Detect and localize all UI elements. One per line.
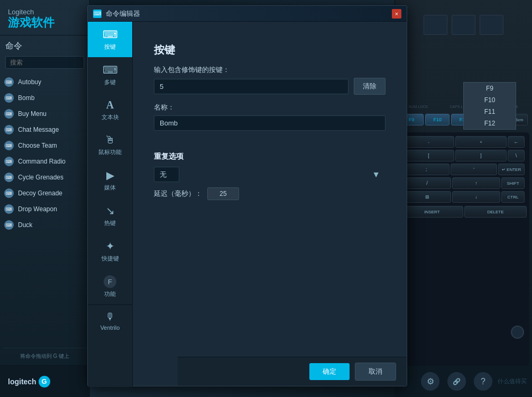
delay-label: 延迟（毫秒）： [154,189,202,198]
tab-shortcut-label: 快捷键 [102,255,119,263]
key-bracket-close[interactable]: ] [455,150,507,161]
app-background: Logitech 游戏软件 命令 ⌨ Autobuy ⌨ Bomb ⌨ Buy … [0,0,532,397]
list-item[interactable]: ⌨ Decoy Grenade [0,185,89,201]
fkey-f10[interactable]: F10 [464,94,516,106]
dialog-footer: 确定 取消 [178,357,407,386]
key-numpad[interactable]: - [403,136,454,148]
fkey-f12[interactable]: F12 [464,118,516,129]
dialog-close-button[interactable]: × [392,9,401,19]
key-win[interactable]: ⊞ [403,191,451,203]
key-up[interactable]: ↑ [452,177,500,189]
command-icon: ⌨ [4,188,14,198]
tab-mouse-icon: 🖱 [105,134,115,146]
tab-hotkey-icon: ↙ [106,204,115,217]
settings-icon[interactable]: ⚙ [421,372,439,391]
tab-key-icon: ⌨ [103,28,118,41]
command-icon: ⌨ [4,220,14,230]
list-item[interactable]: ⌨ Duck [0,217,89,233]
logitech-g-logo: G [39,376,50,387]
key-delete[interactable]: DELETE [464,206,527,218]
list-item[interactable]: ⌨ Chat Message [0,122,89,138]
fkey-f11[interactable]: F11 [464,106,516,118]
search-input[interactable] [5,56,84,69]
bottom-icons-group: ⚙ 🔗 ? [421,372,492,391]
key-backspace[interactable]: ← [508,136,525,148]
command-icon: ⌨ [4,173,14,182]
sidebar-footer: logitech G [0,365,90,397]
command-icon: ⌨ [4,157,14,166]
tab-button-ventrilo[interactable]: 🎙 Ventrilo [88,304,132,337]
tab-hotkey-label: 热键 [104,219,116,227]
tab-button-function[interactable]: F 功能 [88,269,132,304]
ins-del-row: INSERT DELETE [401,206,527,218]
dialog-window: ⌨ 命令编辑器 × ⌨ 按键 ⌨ 多键 A 文本块 🖱 鼠标功能 ▶ [87,5,407,386]
key-enter[interactable]: ↵ ENTER [498,164,525,175]
watermark-text: 什么值得买 [498,377,527,385]
list-item[interactable]: ⌨ Cycle Grenades [0,169,89,185]
tab-multikey-icon: ⌨ [103,64,118,76]
tab-multikey-label: 多键 [104,78,116,86]
key-quote[interactable]: ' [451,164,497,175]
tab-button-key[interactable]: ⌨ 按键 [88,22,132,57]
commands-title: 命令 [5,41,84,52]
fkey-dropdown: F9 F10 F11 F12 [463,82,516,130]
tab-button-mouse[interactable]: 🖱 鼠标功能 [88,128,132,163]
key-slash[interactable]: / [403,177,451,189]
tab-ventrilo-icon: 🎙 [105,311,115,322]
tab-media-icon: ▶ [106,169,114,182]
list-item[interactable]: ⌨ Bomb [0,90,89,106]
key-field-label: 输入包含修饰键的按键： [154,65,386,75]
tab-button-hotkey[interactable]: ↙ 热键 [88,198,132,233]
clear-button[interactable]: 清除 [354,78,386,95]
list-item[interactable]: ⌨ Choose Team [0,138,89,154]
tab-button-multikey[interactable]: ⌨ 多键 [88,57,132,93]
command-icon: ⌨ [4,204,14,214]
repeat-title: 重复选项 [154,152,386,161]
keyboard-visual: - + ← [ ] \ ; ' ↵ ENTER / ↑ SHIFT [398,132,529,365]
name-field-label: 名称： [154,103,386,112]
commands-section: 命令 [0,35,89,71]
name-input-field[interactable] [154,115,386,131]
list-item[interactable]: ⌨ Autobuy [0,74,89,90]
key-input-field[interactable] [154,79,348,94]
numpad-area: - + ← [ ] \ ; ' ↵ ENTER / ↑ SHIFT [398,132,529,218]
left-sidebar: Logitech 游戏软件 命令 ⌨ Autobuy ⌨ Bomb ⌨ Buy … [0,0,90,397]
content-scroll-area: 按键 输入包含修饰键的按键： 清除 名称： 重复选项 无 重复 [143,32,396,346]
command-list: ⌨ Autobuy ⌨ Bomb ⌨ Buy Menu ⌨ Chat Messa… [0,74,89,265]
key-insert[interactable]: INSERT [401,206,463,218]
tab-ventrilo-label: Ventrilo [100,324,120,331]
tab-button-media[interactable]: ▶ 媒体 [88,163,132,198]
list-item[interactable]: ⌨ Drop Weapon [0,201,89,217]
deco-box-3 [480,15,503,35]
tab-button-textblock[interactable]: A 文本块 [88,93,132,128]
tab-button-shortcut[interactable]: ✦ 快捷键 [88,233,132,269]
key-semicolon[interactable]: ; [403,164,450,175]
drag-hint: 将命令拖动到 G 键上 [3,348,87,360]
command-icon: ⌨ [4,77,14,87]
key-numpad[interactable]: + [455,136,507,148]
tab-textblock-icon: A [106,99,114,111]
key-f10[interactable]: F10 [425,114,450,125]
repeat-select[interactable]: 无 重复 切换 [154,167,179,182]
dialog-title-icon: ⌨ [93,10,102,18]
confirm-button[interactable]: 确定 [309,363,350,380]
key-shift[interactable]: SHIFT [501,177,525,189]
delay-input-field[interactable] [207,187,239,200]
brand-main: 游戏软件 [8,16,81,30]
key-backslash[interactable]: \ [508,150,525,161]
dialog-titlebar: ⌨ 命令编辑器 × [88,6,407,22]
tab-textblock-label: 文本块 [102,113,119,121]
cancel-button[interactable]: 取消 [355,363,396,381]
bottom-bar: ⚙ 🔗 ? 什么值得买 [395,365,532,397]
section-title: 按键 [154,43,386,57]
tab-function-label: 功能 [104,290,116,298]
dialog-title: 命令编辑器 [106,9,392,19]
key-ctrl[interactable]: CTRL [501,191,525,203]
list-item[interactable]: ⌨ Command Radio [0,154,89,169]
list-item[interactable]: ⌨ Buy Menu [0,106,89,122]
key-bracket-open[interactable]: [ [403,150,454,161]
fkey-f9[interactable]: F9 [464,83,516,94]
key-down[interactable]: ↓ [452,191,500,203]
link-icon[interactable]: 🔗 [447,372,466,391]
help-icon[interactable]: ? [474,372,492,391]
